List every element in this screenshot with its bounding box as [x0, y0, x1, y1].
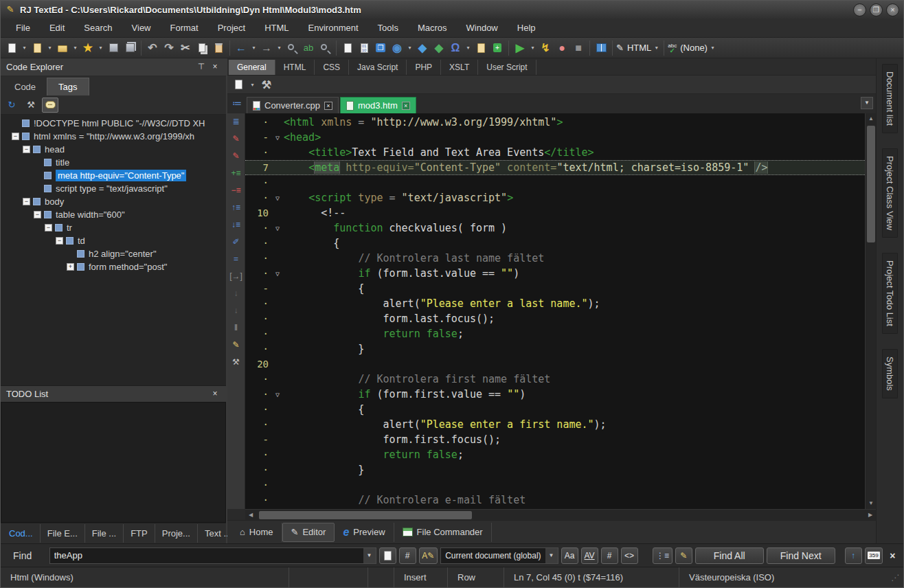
code-line[interactable]: ·<html xmlns = "http://www.w3.org/1999/x…: [245, 115, 865, 130]
favorites-button[interactable]: ★: [80, 40, 95, 56]
fold-marker[interactable]: ▽: [271, 270, 284, 278]
sidebar-tab-1[interactable]: Cod...: [2, 524, 41, 543]
scroll-left-icon[interactable]: ◀: [245, 510, 256, 521]
menu-help[interactable]: Help: [508, 19, 545, 36]
tab-list-icon[interactable]: ≔: [230, 98, 244, 111]
refresh-button[interactable]: ↻: [3, 98, 20, 113]
find-edit-highlight-button[interactable]: A✎: [419, 547, 438, 564]
code-line[interactable]: ·▽ function checkvalues( form ): [245, 220, 865, 236]
delete-line-icon[interactable]: −≡: [229, 185, 243, 196]
code-line[interactable]: · // Kontrolera first name fältet: [245, 372, 865, 387]
code-line[interactable]: · return false;: [245, 326, 865, 341]
find-next-button[interactable]: Find Next: [767, 547, 835, 564]
toolbar-tab-java-script[interactable]: Java Script: [349, 60, 407, 75]
tree-node[interactable]: meta http-equiv="Content-Type": [1, 169, 226, 182]
view-tab-editor[interactable]: ✎Editor: [282, 523, 335, 542]
open-file-dropdown[interactable]: ▾: [46, 40, 54, 56]
expand-icon[interactable]: +: [67, 263, 74, 271]
incremental-search-button[interactable]: ab: [301, 40, 316, 56]
find-close-icon[interactable]: ×: [885, 550, 899, 561]
code-line[interactable]: · alert("Please enter a first name.");: [245, 417, 865, 432]
forward-button[interactable]: →: [259, 40, 274, 56]
scroll-down-icon[interactable]: ▼: [866, 498, 877, 509]
view-tab-home[interactable]: ⌂Home: [231, 523, 282, 542]
special-chars-dropdown[interactable]: ▾: [464, 40, 472, 56]
bookmark-add-icon[interactable]: ✎: [229, 133, 243, 144]
collapse-icon[interactable]: −: [34, 211, 41, 218]
search-scope-select[interactable]: Current document (global) ▼: [440, 547, 558, 564]
pin-icon[interactable]: ⊤: [196, 62, 207, 73]
menu-format[interactable]: Format: [161, 19, 208, 36]
tree-node[interactable]: −head: [1, 143, 226, 156]
back-dropdown[interactable]: ▾: [250, 40, 258, 56]
code-line[interactable]: - form.first.focus();: [245, 432, 865, 447]
collapse-icon[interactable]: −: [23, 198, 30, 205]
comment-icon[interactable]: ✎: [229, 339, 243, 350]
code-line[interactable]: · }: [245, 341, 865, 357]
vertical-scrollbar[interactable]: ▲ ▼: [865, 113, 876, 509]
browser-sync-dropdown[interactable]: ▾: [406, 40, 414, 56]
collapse-icon[interactable]: −: [23, 146, 30, 153]
copy-button[interactable]: [194, 40, 210, 56]
code-line[interactable]: ·: [245, 477, 865, 493]
code-editor[interactable]: ·<html xmlns = "http://www.w3.org/1999/x…: [245, 113, 865, 509]
search-scope-dropdown[interactable]: ▼: [545, 548, 558, 563]
paste-button[interactable]: [211, 40, 226, 56]
tree-node[interactable]: −table width="600": [1, 208, 226, 221]
code-line[interactable]: -▽<head>: [245, 130, 865, 145]
code-line[interactable]: ·▽ <script type = "text/javascript">: [245, 190, 865, 205]
goto-line-button[interactable]: 359: [865, 547, 883, 564]
code-line[interactable]: 10 <!--: [245, 205, 865, 220]
code-line[interactable]: · <title>Text Field and Text Area Events…: [245, 145, 865, 160]
toolbar-tab-php[interactable]: PHP: [407, 60, 441, 75]
comment-toggle-button[interactable]: •••: [42, 98, 58, 113]
plugin-button[interactable]: +: [490, 40, 505, 56]
toolbar-tab-general[interactable]: General: [229, 60, 275, 75]
view-tab-file-commander[interactable]: File Commander: [394, 523, 492, 542]
tree-node[interactable]: −html xmlns = "http://www.w3.org/1999/xh: [1, 130, 226, 143]
setup-tools-button[interactable]: ⚒: [23, 98, 39, 113]
scroll-up-icon[interactable]: ▲: [866, 113, 877, 124]
menu-edit[interactable]: Edit: [40, 19, 74, 36]
special-chars-button[interactable]: Ω: [448, 40, 463, 56]
search-button[interactable]: [284, 40, 300, 56]
code-line[interactable]: · {: [245, 402, 865, 417]
menu-file[interactable]: File: [6, 19, 40, 36]
html-toolbar-button[interactable]: ✎HTML: [616, 40, 651, 56]
undo-button[interactable]: ↶: [145, 40, 160, 56]
tree-node[interactable]: script type = "text/javascript": [1, 182, 226, 195]
favorites-dropdown[interactable]: ▾: [97, 40, 104, 56]
scroll-right-icon[interactable]: ▶: [865, 510, 876, 521]
new-from-template-dropdown[interactable]: ▾: [249, 76, 256, 93]
code-line[interactable]: ·: [245, 175, 865, 190]
match-case-button[interactable]: Aa: [561, 547, 578, 564]
code-line[interactable]: · {: [245, 236, 865, 251]
tree-node[interactable]: −body: [1, 195, 226, 208]
code-line[interactable]: - {: [245, 281, 865, 296]
panels-button[interactable]: [594, 40, 609, 56]
toolbar-tab-user-script[interactable]: User Script: [478, 60, 536, 75]
code-line[interactable]: · alert("Please enter a last name.");: [245, 296, 865, 311]
bookmark-goto-icon[interactable]: ✎: [229, 150, 243, 161]
code-line[interactable]: · form.last.focus();: [245, 311, 865, 326]
minimize-button[interactable]: −: [853, 3, 866, 16]
gem-green-button[interactable]: ◆: [431, 40, 447, 56]
redo-button[interactable]: ↷: [161, 40, 177, 56]
cut-button[interactable]: ✂: [178, 40, 193, 56]
move-line-up-icon[interactable]: ↑≡: [229, 202, 243, 213]
export-button[interactable]: ❐: [373, 40, 388, 56]
code-line[interactable]: · // Kontrolera last name fältet: [245, 251, 865, 266]
collapse-icon[interactable]: −: [56, 237, 63, 245]
menu-project[interactable]: Project: [208, 19, 255, 36]
code-line[interactable]: ·▽ if (form.first.value == ""): [245, 387, 865, 402]
code-line[interactable]: ·▽ if (form.last.value == ""): [245, 266, 865, 281]
maximize-button[interactable]: ❐: [870, 3, 883, 16]
code-line[interactable]: 20: [245, 357, 865, 372]
new-file-button[interactable]: [4, 40, 19, 56]
fold-marker[interactable]: ▽: [271, 391, 284, 398]
close-icon[interactable]: ×: [210, 62, 221, 73]
insert-line-icon[interactable]: +≡: [229, 168, 243, 179]
new-from-template-button[interactable]: [231, 76, 246, 93]
sidebar-tab-4[interactable]: FTP: [124, 524, 155, 543]
document-tab-mod3-htm[interactable]: mod3.htm×: [340, 97, 416, 113]
